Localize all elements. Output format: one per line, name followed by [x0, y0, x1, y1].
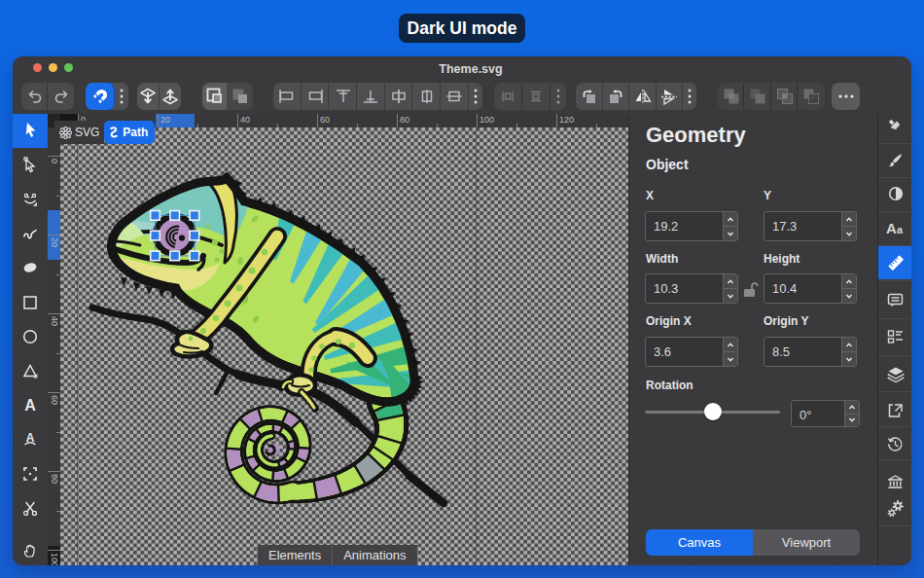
svg-text:a: a [897, 224, 904, 235]
svg-text:A: A [886, 221, 897, 235]
svg-text:A: A [24, 397, 36, 414]
